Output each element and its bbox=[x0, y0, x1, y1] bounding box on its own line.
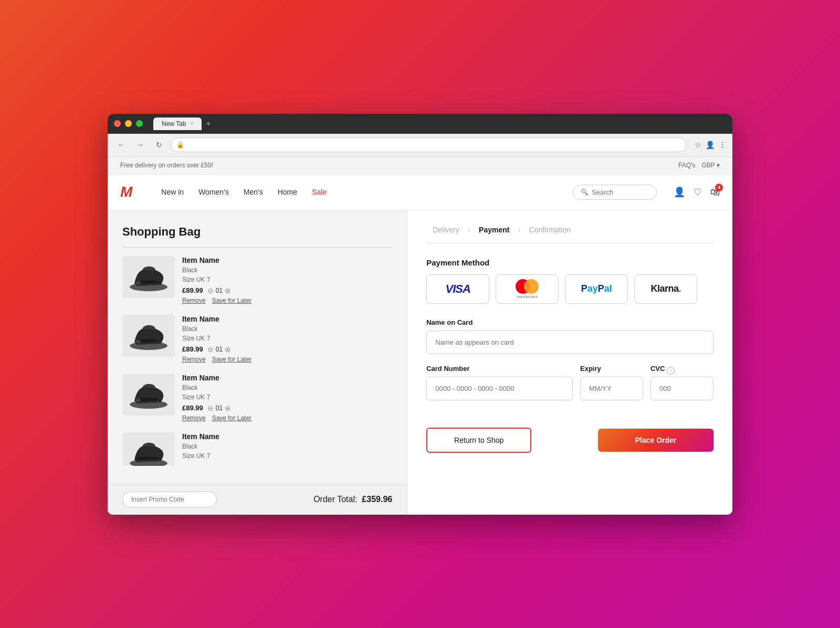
name-on-card-input[interactable] bbox=[426, 331, 713, 354]
item-price: £89.99 bbox=[182, 286, 203, 294]
main-nav: New in Women's Men's Home Sale bbox=[161, 188, 327, 196]
wishlist-icon[interactable]: ♡ bbox=[694, 186, 702, 198]
cart-badge: 4 bbox=[715, 184, 723, 191]
browser-toolbar: ← → ↻ 🔒 ☆ 👤 ⋮ bbox=[108, 134, 732, 157]
promo-code-input[interactable] bbox=[122, 492, 217, 507]
visa-payment-option[interactable]: VISA bbox=[426, 274, 489, 304]
name-on-card-group: Name on Card bbox=[426, 318, 713, 354]
expiry-label: Expiry bbox=[580, 365, 643, 372]
remove-item-button[interactable]: Remove bbox=[182, 297, 206, 304]
item-image bbox=[122, 256, 175, 298]
item-color: Black bbox=[182, 383, 390, 392]
minimize-window-button[interactable] bbox=[125, 120, 132, 127]
item-image bbox=[122, 374, 175, 416]
nav-new-in[interactable]: New in bbox=[161, 188, 184, 196]
qty-decrease[interactable]: ⊖ bbox=[207, 345, 214, 354]
qty-increase[interactable]: ⊕ bbox=[225, 404, 231, 412]
cvc-group: CVC i bbox=[650, 365, 713, 411]
item-image bbox=[122, 432, 175, 466]
nav-womens[interactable]: Women's bbox=[198, 188, 229, 196]
mastercard-payment-option[interactable]: mastercard bbox=[496, 274, 559, 304]
close-window-button[interactable] bbox=[114, 120, 121, 127]
nav-mens[interactable]: Men's bbox=[244, 188, 263, 196]
card-number-input[interactable] bbox=[426, 377, 573, 400]
new-tab-button[interactable]: + bbox=[206, 119, 211, 129]
item-size: Size UK 7 bbox=[182, 392, 390, 402]
site-logo[interactable]: M bbox=[120, 184, 132, 200]
shopping-bag-panel: Shopping Bag Item Na bbox=[108, 210, 407, 515]
faq-link[interactable]: FAQ's bbox=[678, 162, 695, 169]
cart-icon[interactable]: 🛍 4 bbox=[710, 187, 720, 198]
search-icon: 🔍 bbox=[581, 188, 589, 196]
card-details-row: Card Number Expiry CVC i bbox=[426, 365, 713, 411]
profile-icon[interactable]: 👤 bbox=[706, 141, 715, 149]
save-for-later-button[interactable]: Save for Later bbox=[212, 414, 251, 422]
nav-sale[interactable]: Sale bbox=[312, 188, 327, 196]
svg-point-5 bbox=[135, 399, 141, 402]
step-divider: › bbox=[518, 225, 520, 235]
paypal-payment-option[interactable]: PayPal bbox=[565, 274, 628, 304]
klarna-logo: Klarna. bbox=[650, 283, 681, 294]
qty-decrease[interactable]: ⊖ bbox=[207, 404, 214, 412]
klarna-payment-option[interactable]: Klarna. bbox=[634, 274, 697, 304]
qty-decrease[interactable]: ⊖ bbox=[207, 286, 214, 295]
bookmark-icon[interactable]: ☆ bbox=[695, 141, 701, 149]
search-input[interactable] bbox=[592, 188, 649, 196]
svg-point-1 bbox=[135, 281, 141, 284]
cvc-input[interactable] bbox=[650, 377, 713, 400]
cart-item: Item Name Black Size UK 7 £89.99 ⊖ 01 ⊕ bbox=[122, 315, 390, 363]
card-number-label: Card Number bbox=[426, 365, 573, 372]
save-for-later-button[interactable]: Save for Later bbox=[212, 356, 251, 363]
back-button[interactable]: ← bbox=[114, 137, 129, 152]
shoe-illustration bbox=[127, 377, 171, 411]
reload-button[interactable]: ↻ bbox=[152, 137, 166, 152]
currency-selector[interactable]: GBP ▾ bbox=[702, 162, 720, 169]
address-bar[interactable]: 🔒 bbox=[171, 137, 686, 152]
save-for-later-button[interactable]: Save for Later bbox=[212, 297, 251, 304]
item-price-row: £89.99 ⊖ 01 ⊕ bbox=[182, 345, 390, 354]
cvc-label: CVC bbox=[650, 365, 665, 372]
card-number-group: Card Number bbox=[426, 365, 573, 411]
tab-title: New Tab bbox=[162, 120, 186, 127]
tab-bar: New Tab × + bbox=[153, 118, 211, 130]
bag-bottom-bar: Order Total: £359.96 bbox=[108, 484, 407, 515]
payment-method-label: Payment Method bbox=[426, 258, 713, 267]
site-header: M New in Women's Men's Home Sale 🔍 👤 ♡ 🛍… bbox=[108, 175, 732, 210]
announcement-bar: Free delivery on orders over £50! FAQ's … bbox=[108, 157, 732, 175]
expiry-input[interactable] bbox=[580, 377, 643, 400]
active-tab[interactable]: New Tab × bbox=[153, 118, 202, 130]
qty-control: ⊖ 01 ⊕ bbox=[207, 345, 231, 354]
main-content: Shopping Bag Item Na bbox=[108, 210, 732, 515]
visa-logo: VISA bbox=[446, 282, 470, 296]
paypal-logo: PayPal bbox=[581, 283, 612, 294]
item-price-row: £89.99 ⊖ 01 ⊕ bbox=[182, 404, 390, 412]
item-details: Item Name Black Size UK 7 £89.99 ⊖ 01 ⊕ bbox=[182, 374, 390, 422]
forward-button[interactable]: → bbox=[133, 137, 148, 152]
step-confirmation[interactable]: Confirmation bbox=[523, 226, 577, 234]
more-options-icon[interactable]: ⋮ bbox=[719, 141, 726, 149]
remove-item-button[interactable]: Remove bbox=[182, 414, 206, 422]
step-payment[interactable]: Payment bbox=[472, 226, 516, 234]
step-delivery[interactable]: Delivery bbox=[426, 226, 466, 234]
announcement-text: Free delivery on orders over £50! bbox=[120, 162, 213, 169]
place-order-button[interactable]: Place Order bbox=[598, 429, 713, 452]
qty-increase[interactable]: ⊕ bbox=[225, 286, 231, 295]
nav-home[interactable]: Home bbox=[278, 188, 297, 196]
remove-item-button[interactable]: Remove bbox=[182, 356, 206, 363]
search-bar[interactable]: 🔍 bbox=[573, 185, 657, 200]
cvc-info-icon[interactable]: i bbox=[667, 367, 675, 375]
item-color: Black bbox=[182, 442, 390, 451]
item-actions: Remove Save for Later bbox=[182, 414, 390, 422]
item-name: Item Name bbox=[182, 374, 390, 382]
return-to-shop-button[interactable]: Return to Shop bbox=[426, 428, 531, 453]
account-icon[interactable]: 👤 bbox=[674, 186, 685, 198]
maximize-window-button[interactable] bbox=[136, 120, 143, 127]
name-on-card-label: Name on Card bbox=[426, 318, 713, 326]
qty-control: ⊖ 01 ⊕ bbox=[207, 404, 231, 412]
tab-close-icon[interactable]: × bbox=[190, 121, 193, 126]
item-actions: Remove Save for Later bbox=[182, 297, 390, 304]
item-image bbox=[122, 315, 175, 357]
item-color: Black bbox=[182, 265, 390, 275]
cart-item: Item Name Black Size UK 7 bbox=[122, 432, 390, 466]
qty-increase[interactable]: ⊕ bbox=[225, 345, 231, 354]
